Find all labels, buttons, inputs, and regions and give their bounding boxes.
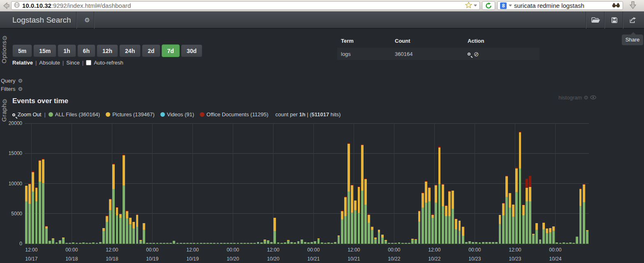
bar-segment-all-files[interactable] bbox=[280, 243, 283, 244]
bar-segment-all-files[interactable] bbox=[354, 210, 357, 244]
bar-segment-office-documents[interactable] bbox=[351, 185, 353, 185]
bar-segment-all-files[interactable] bbox=[586, 231, 588, 244]
filters-gear-icon[interactable]: ⚙ bbox=[18, 86, 23, 92]
bar-segment-pictures[interactable] bbox=[358, 187, 360, 213]
bar-segment-all-files[interactable] bbox=[405, 243, 407, 244]
bar-segment-office-documents[interactable] bbox=[106, 215, 108, 216]
bar-segment-all-files[interactable] bbox=[304, 242, 306, 244]
bar-segment-pictures[interactable] bbox=[425, 182, 427, 203]
bar-segment-all-files[interactable] bbox=[391, 243, 394, 244]
bar-segment-pictures[interactable] bbox=[143, 223, 145, 230]
time-range-button-30d[interactable]: 30d bbox=[181, 44, 202, 57]
bar-segment-office-documents[interactable] bbox=[579, 188, 582, 189]
bar-segment-all-files[interactable] bbox=[331, 243, 333, 244]
bar-segment-all-files[interactable] bbox=[398, 242, 401, 244]
bar-segment-all-files[interactable] bbox=[82, 242, 85, 244]
bar-segment-pictures[interactable] bbox=[62, 238, 65, 238]
bar-segment-all-files[interactable] bbox=[448, 216, 451, 244]
bar-segment-all-files[interactable] bbox=[492, 242, 494, 244]
bar-segment-all-files[interactable] bbox=[549, 232, 551, 244]
dashboard-settings-gear-icon[interactable]: ⚙ bbox=[81, 12, 93, 29]
bar-segment-office-documents[interactable] bbox=[126, 210, 128, 211]
bar-segment-pictures[interactable] bbox=[378, 230, 380, 232]
bar-segment-office-documents[interactable] bbox=[455, 219, 457, 219]
download-icon[interactable] bbox=[628, 1, 641, 11]
bar-segment-office-documents[interactable] bbox=[519, 132, 521, 132]
bar-segment-office-documents[interactable] bbox=[109, 198, 111, 199]
bar-segment-all-files[interactable] bbox=[217, 243, 219, 244]
bar-segment-pictures[interactable] bbox=[287, 240, 290, 240]
bar-segment-all-files[interactable] bbox=[237, 243, 239, 244]
bar-segment-all-files[interactable] bbox=[166, 243, 169, 244]
bookmark-caret-icon[interactable] bbox=[474, 5, 477, 7]
bar-segment-pictures[interactable] bbox=[546, 228, 548, 233]
bar-segment-all-files[interactable] bbox=[32, 191, 34, 244]
bar-segment-all-files[interactable] bbox=[489, 242, 491, 244]
bar-segment-all-files[interactable] bbox=[264, 240, 266, 244]
bar-segment-all-files[interactable] bbox=[284, 242, 286, 244]
bar-segment-all-files[interactable] bbox=[371, 230, 373, 244]
bar-segment-all-files[interactable] bbox=[465, 242, 468, 244]
bar-segment-all-files[interactable] bbox=[62, 238, 65, 244]
bar-segment-pictures[interactable] bbox=[505, 176, 508, 197]
bar-segment-office-documents[interactable] bbox=[438, 146, 441, 147]
bar-segment-all-files[interactable] bbox=[512, 217, 514, 244]
legend-item[interactable]: Pictures (139467) bbox=[106, 111, 155, 118]
mode-since[interactable]: Since bbox=[66, 60, 80, 66]
bar-segment-all-files[interactable] bbox=[344, 216, 347, 244]
bar-segment-pictures[interactable] bbox=[411, 239, 414, 239]
bar-segment-all-files[interactable] bbox=[418, 221, 421, 244]
bar-segment-pictures[interactable] bbox=[448, 191, 451, 216]
bar-segment-all-files[interactable] bbox=[109, 210, 111, 244]
bar-segment-all-files[interactable] bbox=[149, 243, 152, 244]
bar-segment-all-files[interactable] bbox=[69, 243, 71, 244]
mode-absolute[interactable]: Absolute bbox=[39, 60, 60, 66]
bar-segment-office-documents[interactable] bbox=[28, 183, 31, 184]
bar-segment-all-files[interactable] bbox=[213, 243, 215, 244]
bar-segment-all-files[interactable] bbox=[422, 208, 424, 244]
bar-segment-pictures[interactable] bbox=[112, 164, 115, 189]
bar-segment-all-files[interactable] bbox=[324, 243, 327, 244]
bar-segment-all-files[interactable] bbox=[341, 219, 343, 244]
bar-segment-all-files[interactable] bbox=[28, 204, 31, 244]
bar-segment-pictures[interactable] bbox=[264, 240, 266, 240]
bar-segment-all-files[interactable] bbox=[267, 241, 269, 244]
bar-segment-office-documents[interactable] bbox=[462, 226, 464, 227]
bar-segment-all-files[interactable] bbox=[351, 212, 353, 244]
filters-section[interactable]: Filters ⚙ bbox=[1, 86, 23, 92]
bar-segment-all-files[interactable] bbox=[428, 201, 431, 244]
bar-segment-all-files[interactable] bbox=[240, 243, 243, 244]
bar-segment-all-files[interactable] bbox=[49, 241, 51, 244]
bar-segment-pictures[interactable] bbox=[35, 188, 38, 202]
search-term-icon[interactable] bbox=[468, 53, 470, 55]
bar-segment-all-files[interactable] bbox=[468, 241, 471, 244]
bar-segment-all-files[interactable] bbox=[572, 243, 575, 244]
reload-button[interactable] bbox=[482, 1, 495, 10]
bar-segment-pictures[interactable] bbox=[139, 240, 142, 240]
bar-segment-pictures[interactable] bbox=[301, 240, 303, 240]
bar-segment-all-files[interactable] bbox=[233, 243, 236, 244]
legend-item[interactable]: Office Documents (11295) bbox=[200, 111, 269, 118]
binoculars-icon[interactable] bbox=[612, 2, 620, 9]
bar-segment-all-files[interactable] bbox=[129, 224, 132, 244]
share-icon[interactable] bbox=[624, 12, 642, 29]
bar-segment-office-documents[interactable] bbox=[452, 190, 454, 191]
bar-segment-pictures[interactable] bbox=[381, 235, 384, 238]
bar-segment-all-files[interactable] bbox=[556, 242, 558, 244]
bar-segment-all-files[interactable] bbox=[566, 243, 568, 244]
bar-segment-pictures[interactable] bbox=[341, 211, 343, 220]
bar-segment-pictures[interactable] bbox=[364, 179, 367, 205]
bar-segment-all-files[interactable] bbox=[334, 242, 336, 244]
bar-segment-all-files[interactable] bbox=[65, 243, 68, 244]
bar-segment-all-files[interactable] bbox=[576, 237, 578, 244]
bar-segment-pictures[interactable] bbox=[431, 215, 434, 218]
bar-segment-office-documents[interactable] bbox=[576, 236, 578, 237]
histogram-chart[interactable]: 0500010000150002000012:0010/1700:0010/18… bbox=[0, 123, 644, 263]
bar-segment-office-documents[interactable] bbox=[526, 179, 528, 188]
bar-segment-pictures[interactable] bbox=[267, 240, 269, 241]
bar-segment-all-files[interactable] bbox=[112, 189, 115, 244]
bar-segment-pictures[interactable] bbox=[532, 234, 535, 235]
bar-segment-all-files[interactable] bbox=[52, 239, 54, 244]
bar-segment-office-documents[interactable] bbox=[45, 226, 48, 226]
bar-segment-pictures[interactable] bbox=[428, 188, 431, 202]
